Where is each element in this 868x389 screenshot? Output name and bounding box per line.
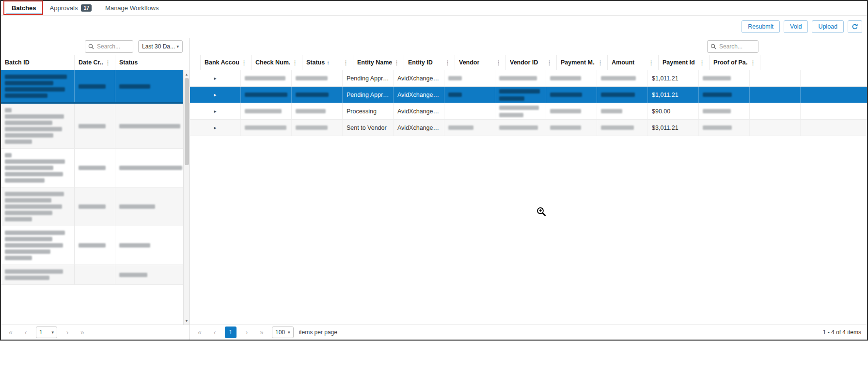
column-menu-icon[interactable]: ⋮: [493, 59, 502, 66]
tab-label: Batches: [12, 4, 36, 12]
column-label: Bank Account: [205, 59, 239, 66]
batches-panel: Last 30 Da... ▾ Batch ID Date Cr... ⋮ St…: [1, 38, 190, 340]
column-header-amount[interactable]: Amount⋮: [608, 55, 659, 70]
column-header-entity-name[interactable]: Entity Name⋮: [353, 55, 404, 70]
column-menu-icon[interactable]: ⋮: [748, 59, 756, 66]
chevron-right-icon[interactable]: ▸: [214, 76, 216, 81]
cell-payment-id: [699, 87, 750, 103]
row-filler: [801, 70, 852, 86]
previous-page-button[interactable]: ‹: [21, 327, 31, 338]
batch-row[interactable]: [1, 187, 183, 226]
column-menu-icon[interactable]: ⋮: [392, 59, 400, 66]
app-window: Batches Approvals 17 Manage Workflows Re…: [0, 0, 868, 341]
column-menu-icon[interactable]: ⋮: [239, 59, 247, 66]
upload-button[interactable]: Upload: [812, 20, 844, 33]
current-page-button[interactable]: 1: [225, 327, 237, 338]
cell-entity-name: AvidXchange, Inc: [394, 70, 444, 86]
redacted-text: [5, 93, 47, 98]
tab-manage-workflows[interactable]: Manage Workflows: [98, 1, 165, 15]
cell-status: Pending Approval: [343, 70, 394, 86]
cell-bank-account: [241, 70, 292, 86]
payment-row[interactable]: ▸Pending ApprovalAvidXchange, Inc$1,011.…: [190, 87, 867, 103]
redacted-text: [5, 269, 63, 274]
refresh-button[interactable]: [848, 20, 862, 33]
cell-entity-name: AvidXchange, Inc: [394, 87, 444, 103]
redacted-text: [296, 125, 328, 130]
column-label: Amount: [612, 59, 634, 66]
header-filler: [760, 55, 867, 70]
cell-text: $90.00: [652, 108, 694, 115]
scroll-down-icon[interactable]: ▼: [184, 317, 189, 324]
redacted-text: [499, 106, 539, 110]
column-menu-icon[interactable]: ⋮: [341, 59, 349, 66]
redacted-text: [5, 127, 62, 131]
column-header-payment-m[interactable]: Payment M...⋮: [557, 55, 608, 70]
column-menu-icon[interactable]: ⋮: [442, 59, 451, 66]
last-page-button[interactable]: »: [78, 327, 87, 338]
last-page-button[interactable]: »: [257, 327, 267, 338]
search-icon: [710, 44, 716, 49]
payment-row[interactable]: ▸Sent to VendorAvidXchange, Inc$3,011.21: [190, 120, 867, 136]
next-page-button[interactable]: ›: [63, 327, 72, 338]
redacted-text: [5, 121, 52, 125]
chevron-right-icon[interactable]: ▸: [214, 125, 216, 130]
first-page-button[interactable]: «: [6, 327, 16, 338]
page-select[interactable]: 1 ▾: [36, 327, 57, 338]
expand-cell: ▸: [190, 87, 241, 103]
first-page-button[interactable]: «: [195, 327, 205, 338]
cell-date-created: [75, 104, 115, 148]
column-menu-icon[interactable]: ⋮: [646, 59, 654, 66]
expand-cell: ▸: [190, 70, 241, 86]
batch-row[interactable]: [1, 226, 183, 265]
column-header-status[interactable]: Status↑⋮: [302, 55, 353, 70]
next-page-button[interactable]: ›: [242, 327, 252, 338]
column-header-proof-of-pa[interactable]: Proof of Pa...⋮: [710, 55, 760, 70]
resubmit-button[interactable]: Resubmit: [742, 20, 780, 33]
redacted-text: [5, 75, 67, 79]
column-menu-icon[interactable]: ⋮: [544, 59, 552, 66]
batch-row[interactable]: [1, 104, 183, 149]
cell-amount: $1,011.21: [648, 87, 699, 103]
tab-approvals[interactable]: Approvals 17: [43, 1, 99, 15]
chevron-right-icon[interactable]: ▸: [214, 109, 216, 114]
left-grid-rows: [1, 70, 183, 325]
column-menu-icon[interactable]: ⋮: [290, 59, 298, 66]
batch-row[interactable]: [1, 149, 183, 187]
page-size-dropdown[interactable]: 100 ▾: [272, 327, 294, 338]
cell-vendor-id: [546, 120, 597, 136]
redacted-text: [5, 81, 53, 85]
vertical-scrollbar[interactable]: ▲ ▼: [183, 70, 189, 325]
scrollbar-thumb[interactable]: [185, 78, 189, 165]
column-header-batch-id[interactable]: Batch ID: [1, 55, 75, 70]
batch-row[interactable]: [1, 265, 183, 285]
date-range-dropdown[interactable]: Last 30 Da... ▾: [138, 40, 183, 53]
column-label: Vendor ID: [510, 59, 538, 66]
column-header-vendor-id[interactable]: Vendor ID⋮: [506, 55, 557, 70]
scroll-up-icon[interactable]: ▲: [184, 71, 189, 78]
tab-batches[interactable]: Batches: [5, 1, 43, 15]
redacted-text: [5, 198, 51, 202]
column-label: Payment M...: [561, 59, 595, 66]
column-header-entity-id[interactable]: Entity ID⋮: [404, 55, 455, 70]
cell-check-num: [292, 120, 343, 136]
payment-row[interactable]: ▸Pending ApprovalAvidXchange, Inc$1,011.…: [190, 70, 867, 87]
void-button[interactable]: Void: [784, 20, 808, 33]
column-header-date-created[interactable]: Date Cr... ⋮: [75, 55, 115, 70]
column-menu-icon[interactable]: ⋮: [103, 59, 111, 66]
column-header-status[interactable]: Status: [115, 55, 189, 70]
column-menu-icon[interactable]: ⋮: [595, 59, 603, 66]
items-per-page-label: items per page: [299, 329, 337, 336]
cell-batch-id: [1, 226, 75, 265]
column-header-bank-account[interactable]: Bank Account⋮: [201, 55, 252, 70]
previous-page-button[interactable]: ‹: [210, 327, 220, 338]
redacted-text: [499, 96, 524, 101]
redacted-text: [5, 133, 53, 138]
column-header-vendor[interactable]: Vendor⋮: [455, 55, 506, 70]
date-range-value: Last 30 Da...: [142, 43, 175, 50]
column-menu-icon[interactable]: ⋮: [697, 59, 705, 66]
chevron-right-icon[interactable]: ▸: [214, 92, 216, 97]
payment-row[interactable]: ▸ProcessingAvidXchange, Inc$90.00: [190, 103, 867, 120]
batch-row[interactable]: [1, 70, 183, 104]
column-header-payment-id[interactable]: Payment Id⋮: [659, 55, 710, 70]
column-header-check-num[interactable]: Check Num...⋮: [252, 55, 302, 70]
